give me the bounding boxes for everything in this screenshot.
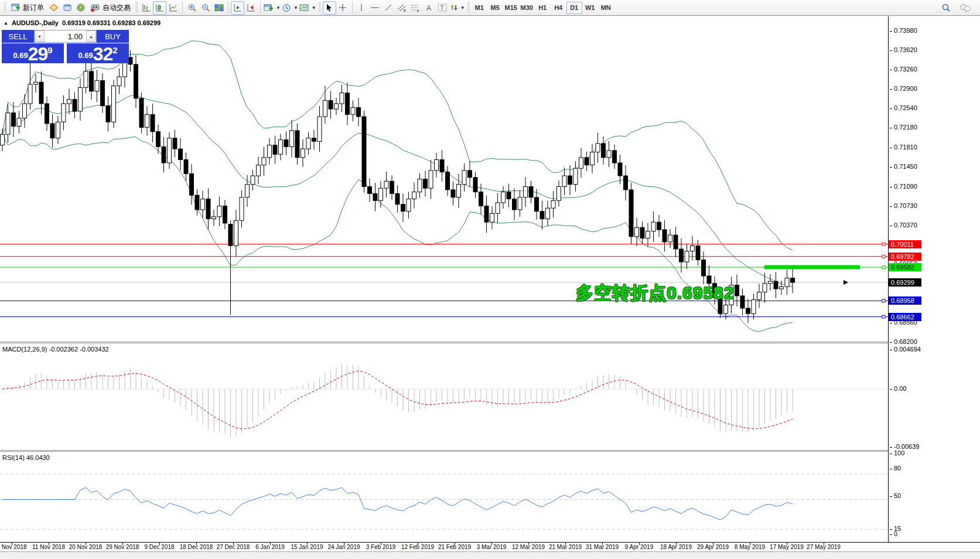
candle-body bbox=[395, 193, 399, 204]
macd-canvas bbox=[0, 343, 888, 450]
timeframe-mn[interactable]: MN bbox=[598, 2, 614, 14]
rsi-panel[interactable]: RSI(14) 46.0430 bbox=[0, 452, 888, 542]
price-chart[interactable]: ▲ AUDUSD-,Daily 0.69319 0.69331 0.69283 … bbox=[0, 16, 888, 342]
sell-price-button[interactable]: 0.69299 bbox=[2, 43, 64, 63]
timeframe-m30[interactable]: M30 bbox=[519, 2, 535, 14]
pivot-highlight-bar[interactable] bbox=[764, 265, 860, 270]
toolbar-grip[interactable] bbox=[467, 2, 470, 13]
volume-input[interactable]: 1.00 bbox=[45, 30, 86, 42]
candle-body bbox=[462, 171, 466, 185]
panel-splitter[interactable] bbox=[0, 450, 980, 451]
candle-body bbox=[501, 192, 506, 203]
price-axis[interactable]: 0.739800.736200.732600.729000.725400.721… bbox=[889, 16, 980, 542]
candle-body bbox=[340, 93, 344, 104]
price-label-0.69582: 0.69582 bbox=[889, 263, 921, 271]
trendline-button[interactable] bbox=[382, 1, 395, 15]
line-chart-button[interactable] bbox=[166, 1, 180, 15]
chat-button[interactable] bbox=[958, 1, 972, 15]
bar-chart-icon bbox=[142, 4, 151, 12]
new-chart-button[interactable]: ▼ bbox=[263, 1, 281, 15]
candle-body bbox=[173, 138, 177, 149]
candle-body bbox=[346, 93, 350, 115]
horizontal-line-icon bbox=[370, 4, 380, 12]
toolbar: 新订单 自动交易 bbox=[0, 0, 980, 16]
candlestick-chart-icon bbox=[155, 4, 165, 12]
timeframe-h4[interactable]: H4 bbox=[551, 2, 566, 14]
candle-body bbox=[657, 222, 661, 230]
rsi-axis-tick: 50 bbox=[890, 492, 901, 499]
search-icon bbox=[941, 3, 951, 12]
time-axis[interactable]: 1 Nov 201811 Nov 201820 Nov 201829 Nov 2… bbox=[0, 543, 980, 551]
chart-shift-button[interactable] bbox=[244, 1, 258, 15]
toolbar-grip[interactable] bbox=[4, 2, 6, 13]
buy-price-button[interactable]: 0.69322 bbox=[67, 43, 129, 63]
candle-body bbox=[746, 308, 750, 313]
vertical-line-button[interactable] bbox=[355, 1, 368, 15]
macd-panel[interactable]: MACD(12,26,9) -0.002362 -0.003432 bbox=[0, 343, 888, 450]
candle-body bbox=[651, 222, 655, 231]
candle-body bbox=[39, 82, 43, 104]
buy-button[interactable]: BUY bbox=[97, 30, 129, 43]
bar-chart-button[interactable] bbox=[139, 1, 153, 15]
crosshair-button[interactable] bbox=[336, 1, 350, 15]
candle-body bbox=[562, 176, 566, 186]
chevron-down-icon: ▼ bbox=[276, 5, 281, 11]
candlestick-chart-button[interactable] bbox=[153, 1, 166, 15]
horizontal-line-button[interactable] bbox=[368, 1, 382, 15]
text-label-button[interactable]: T bbox=[436, 1, 449, 15]
candle-body bbox=[384, 181, 388, 188]
support-line-2-marker bbox=[882, 315, 885, 318]
zoom-out-button[interactable] bbox=[199, 1, 212, 15]
candle-body bbox=[473, 178, 477, 192]
timeframe-m5[interactable]: M5 bbox=[487, 2, 503, 14]
price-axis-tick: 0.73620 bbox=[890, 46, 917, 53]
timeframe-d1[interactable]: D1 bbox=[566, 2, 582, 14]
collapse-panel-icon[interactable]: ▲ bbox=[4, 21, 8, 26]
quotes-button[interactable] bbox=[47, 1, 60, 15]
zoom-in-button[interactable] bbox=[185, 1, 199, 15]
candle-body bbox=[273, 145, 277, 155]
candle-body bbox=[228, 224, 233, 246]
candle-body bbox=[45, 104, 49, 124]
volume-decrease-button[interactable]: ▼ bbox=[35, 30, 45, 42]
new-order-button[interactable]: 新订单 bbox=[8, 1, 47, 15]
market-watch-button[interactable] bbox=[60, 1, 74, 15]
axis-border-line bbox=[888, 16, 889, 542]
toolbar-grip[interactable] bbox=[135, 2, 138, 13]
timeframe-w1[interactable]: W1 bbox=[582, 2, 598, 14]
chevron-down-icon: ▼ bbox=[460, 5, 465, 11]
tile-windows-button[interactable] bbox=[212, 1, 226, 15]
text-button[interactable]: A bbox=[422, 1, 436, 15]
candle-body bbox=[357, 107, 361, 117]
templates-button[interactable]: ▼ bbox=[299, 1, 317, 15]
candle-body bbox=[635, 227, 639, 237]
periods-icon bbox=[282, 4, 291, 12]
candle-body bbox=[551, 200, 555, 208]
autotrading-button[interactable]: 自动交易 bbox=[87, 1, 134, 15]
timeframe-m15[interactable]: M15 bbox=[503, 2, 519, 14]
timeframe-m1[interactable]: M1 bbox=[472, 2, 487, 14]
time-axis-label: 12 Mar 2019 bbox=[512, 544, 545, 550]
cursor-button[interactable] bbox=[323, 1, 336, 15]
one-click-trading-panel: SELL ▼ 1.00 ▲ BUY 0.69299 0.69322 bbox=[2, 30, 129, 63]
candle-body bbox=[212, 217, 216, 219]
signals-button[interactable] bbox=[74, 1, 87, 15]
search-button[interactable] bbox=[939, 1, 952, 15]
trendline-icon bbox=[384, 4, 392, 12]
price-chart-canvas[interactable] bbox=[0, 16, 888, 342]
toolbar-grip[interactable] bbox=[319, 2, 321, 13]
chart-annotation-text[interactable]: 多空转折点0.69582 bbox=[576, 281, 734, 305]
fibonacci-button[interactable]: F bbox=[409, 1, 422, 15]
periods-button[interactable]: ▼ bbox=[281, 1, 299, 15]
candle-body bbox=[390, 181, 394, 193]
candle-body bbox=[602, 144, 606, 158]
rsi-axis-tick: 80 bbox=[890, 465, 901, 472]
auto-scroll-button[interactable] bbox=[231, 1, 244, 15]
arrows-button[interactable]: ▼ bbox=[449, 1, 466, 15]
candle-body bbox=[368, 186, 372, 193]
panel-splitter[interactable] bbox=[0, 342, 980, 342]
volume-increase-button[interactable]: ▲ bbox=[86, 30, 96, 42]
equidistant-channel-button[interactable]: E bbox=[395, 1, 409, 15]
sell-button[interactable]: SELL bbox=[2, 30, 34, 43]
timeframe-h1[interactable]: H1 bbox=[535, 2, 551, 14]
